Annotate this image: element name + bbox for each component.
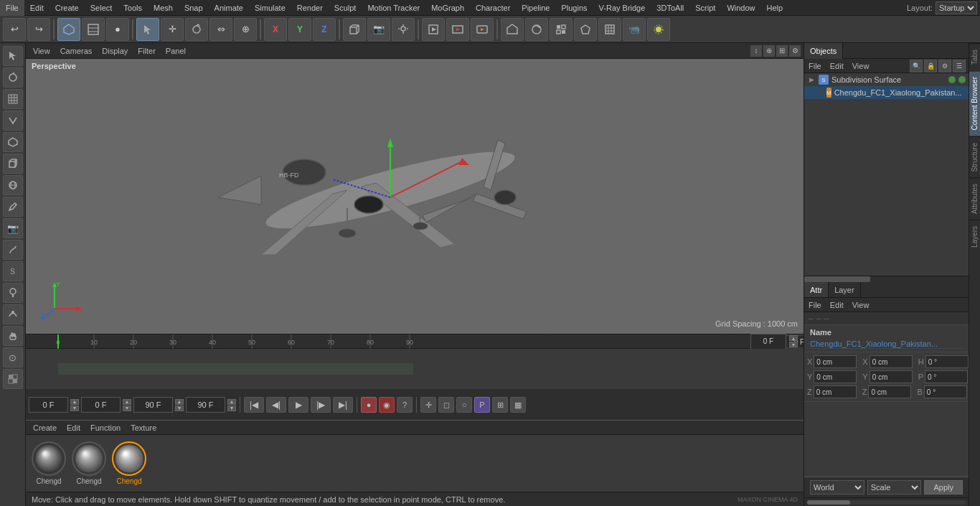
obj-tb-search[interactable]: 🔍 [910, 60, 923, 72]
start-frame-up[interactable]: ▲ [70, 399, 79, 405]
end-frame-input[interactable] [186, 397, 225, 413]
next-key-btn[interactable]: |▶ [311, 397, 331, 413]
render-button[interactable] [471, 18, 494, 41]
model-mode-button[interactable] [57, 18, 80, 41]
tool-camera[interactable]: 📷 [3, 218, 23, 238]
redo-button[interactable]: ↪ [27, 18, 50, 41]
camera-button[interactable]: 📷 [367, 18, 390, 41]
preview-start-down[interactable]: ▼ [123, 406, 131, 411]
auto-key-btn[interactable]: ◉ [379, 397, 395, 413]
menu-file[interactable]: File [0, 0, 24, 16]
obj-tab-objects[interactable]: Objects [804, 43, 843, 59]
menu-simulate[interactable]: Simulate [249, 0, 291, 16]
key-all-btn[interactable]: ? [397, 397, 413, 413]
menu-plugins[interactable]: Plugins [555, 0, 593, 16]
mode-param-btn[interactable]: P [474, 397, 490, 413]
preview-start-input[interactable] [81, 397, 121, 413]
move-tool-button[interactable]: ✛ [161, 18, 184, 41]
viewport-canvas[interactable]: HB-FD Y X [26, 59, 804, 334]
vp-icon-fullscreen[interactable]: ⊞ [776, 45, 788, 57]
camera-record-btn[interactable]: 📹 [623, 18, 646, 41]
mode-motion-btn[interactable]: ▦ [510, 397, 526, 413]
obj-menu-file[interactable]: File [804, 59, 826, 73]
vp-icon-fit[interactable]: ⊕ [763, 45, 775, 57]
material-item-2[interactable]: Chengd [112, 441, 146, 485]
material-item-0[interactable]: Chengd [32, 441, 66, 485]
record-btn[interactable]: ● [361, 397, 377, 413]
menu-character[interactable]: Character [470, 0, 516, 16]
transform-button[interactable]: ⊕ [234, 18, 257, 41]
material-btn[interactable] [550, 18, 573, 41]
tool-pen[interactable] [3, 197, 23, 217]
menu-mograph[interactable]: MoGraph [425, 0, 470, 16]
tool-box[interactable] [3, 154, 23, 174]
menu-tools[interactable]: Tools [118, 0, 148, 16]
menu-sculpt[interactable]: Sculpt [329, 0, 362, 16]
end-frame-down[interactable]: ▼ [227, 406, 236, 411]
vp-menu-cameras[interactable]: Cameras [56, 43, 97, 59]
mode-scale-btn[interactable]: ○ [456, 397, 472, 413]
scale-select[interactable]: Scale [867, 480, 922, 495]
obj-tb-settings[interactable]: ⚙ [938, 60, 951, 72]
scale-tool-button[interactable]: ⇔ [209, 18, 232, 41]
frame-down-btn[interactable]: ▼ [789, 342, 798, 347]
menu-mesh[interactable]: Mesh [148, 0, 179, 16]
coord-y-rot-input[interactable] [870, 370, 913, 383]
coord-h-input[interactable] [925, 355, 969, 368]
attr-menu-view[interactable]: View [848, 298, 874, 311]
coord-z-rot-input[interactable] [868, 385, 911, 398]
world-select[interactable]: World [810, 480, 864, 495]
start-frame-input[interactable] [29, 397, 68, 413]
menu-animate[interactable]: Animate [209, 0, 249, 16]
y-axis-button[interactable]: Y [288, 18, 311, 41]
attr-tab-attr[interactable]: Attr [804, 282, 829, 297]
coord-p-input[interactable] [925, 370, 968, 383]
menu-edit[interactable]: Edit [24, 0, 50, 16]
mat-menu-function[interactable]: Function [86, 421, 125, 435]
vp-menu-display[interactable]: Display [98, 43, 132, 59]
coord-z-pos-input[interactable] [814, 385, 857, 398]
mode-translate-btn[interactable]: ✛ [420, 397, 436, 413]
tool-object[interactable] [3, 132, 23, 152]
coord-y-pos-input[interactable] [814, 370, 857, 383]
obj-menu-edit[interactable]: Edit [826, 59, 848, 73]
mode-rotate-btn[interactable]: ◻ [438, 397, 454, 413]
obj-expand-chengdu[interactable]: ▶ [819, 88, 824, 97]
menu-motion-tracker[interactable]: Motion Tracker [362, 0, 425, 16]
polygon-btn[interactable] [574, 18, 597, 41]
goto-end-btn[interactable]: ▶| [333, 397, 353, 413]
obj-row-chengdu[interactable]: ▶ M Chengdu_FC1_Xiaolong_Pakistan... [804, 86, 969, 99]
menu-snap[interactable]: Snap [179, 0, 209, 16]
menu-vray[interactable]: V-Ray Bridge [593, 0, 651, 16]
tool-rotate-view[interactable] [3, 67, 23, 88]
menu-select[interactable]: Select [85, 0, 118, 16]
mat-menu-texture[interactable]: Texture [126, 421, 161, 435]
tool-uv[interactable] [3, 111, 23, 131]
points-mode-button[interactable]: ● [106, 18, 129, 41]
tool-patch[interactable]: ⊙ [3, 347, 23, 367]
frame-counter-input[interactable] [750, 334, 786, 350]
tool-bend[interactable] [3, 240, 23, 260]
preview-end-down[interactable]: ▼ [175, 406, 184, 411]
grid-view-btn[interactable] [598, 18, 621, 41]
preview-end-up[interactable]: ▲ [175, 399, 184, 405]
side-tab-layers[interactable]: Layers [969, 220, 980, 253]
right-panel-scrollbar[interactable] [804, 497, 969, 506]
tool-grid[interactable] [3, 89, 23, 109]
side-tab-tabs[interactable]: Tabs [969, 43, 980, 70]
menu-3dtoall[interactable]: 3DToAll [651, 0, 689, 16]
texture-mode-button[interactable] [82, 18, 105, 41]
light-button[interactable] [392, 18, 415, 41]
perspective-btn[interactable] [501, 18, 524, 41]
attr-menu-file[interactable]: File [804, 298, 826, 311]
apply-button[interactable]: Apply [924, 480, 963, 495]
tool-checkerboard[interactable] [3, 369, 23, 389]
frame-up-btn[interactable]: ▲ [789, 335, 798, 341]
render-region-button[interactable] [422, 18, 445, 41]
undo-button[interactable]: ↩ [3, 18, 26, 41]
tool-grab[interactable] [3, 326, 23, 346]
menu-window[interactable]: Window [721, 0, 760, 16]
tool-material[interactable]: S [3, 261, 23, 281]
vp-icon-move[interactable]: ↕ [750, 45, 762, 57]
select-tool-button[interactable] [136, 18, 159, 41]
